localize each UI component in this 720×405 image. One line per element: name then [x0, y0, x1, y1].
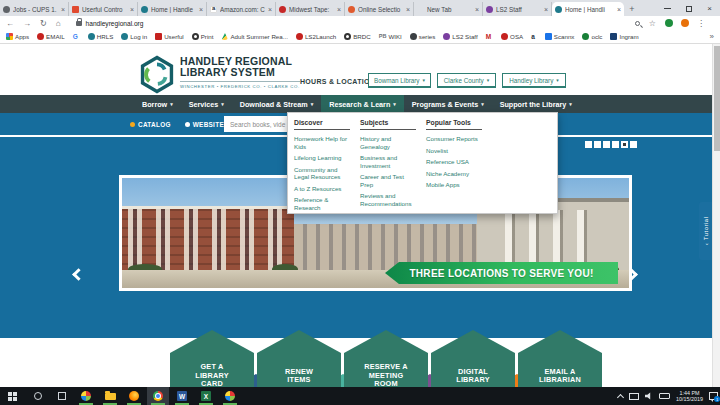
dropdown-link[interactable]: Novelist [426, 147, 482, 155]
library-logo-icon[interactable] [140, 55, 174, 94]
bookmark-m[interactable]: M [486, 33, 493, 40]
scrollbar-thumb[interactable] [714, 46, 720, 151]
dropdown-link[interactable]: Mobile Apps [426, 181, 482, 189]
window-minimize-button[interactable] [657, 1, 678, 16]
tab-close-icon[interactable]: × [337, 6, 341, 13]
bookmarks-overflow-icon[interactable]: » [710, 32, 714, 41]
bookmark-print[interactable]: Print [192, 33, 214, 40]
carousel-dot[interactable] [585, 141, 592, 148]
tab-close-icon[interactable]: × [475, 6, 479, 13]
tab-close-icon[interactable]: × [199, 6, 203, 13]
dropdown-link[interactable]: Reference USA [426, 158, 482, 166]
tab-home-handley-active[interactable]: Home | Handli× [552, 2, 624, 16]
website-radio[interactable]: WEBSITE [185, 121, 224, 128]
bookmark-summer-reading[interactable]: Adult Summer Rea... [221, 33, 287, 40]
nav-support-library[interactable]: Support the Library▾ [492, 95, 580, 113]
forward-icon[interactable]: → [23, 19, 31, 28]
tab-close-icon[interactable]: × [406, 6, 410, 13]
action-center-icon[interactable]: 1 [709, 392, 718, 400]
window-close-button[interactable]: × [699, 1, 720, 16]
bookmark-scannx[interactable]: Scannx [545, 33, 575, 40]
nav-research-learn[interactable]: Research & Learn▾ [321, 95, 404, 113]
extension-orange-icon[interactable] [681, 19, 689, 27]
tab-new-tab[interactable]: New Tab× [414, 2, 483, 16]
nav-download-stream[interactable]: Download & Stream▾ [232, 95, 321, 113]
bookmark-oclc[interactable]: oclc [582, 33, 602, 40]
taskbar-chrome[interactable] [147, 387, 169, 405]
carousel-dot[interactable] [630, 141, 637, 148]
bookmark-hrls[interactable]: HRLS [88, 33, 114, 40]
carousel-prev-icon[interactable] [72, 268, 85, 281]
bookmark-ls2launch[interactable]: LS2Launch [296, 33, 336, 40]
location-button-clarke[interactable]: Clarke County▾ [437, 73, 496, 88]
carousel-dot-active[interactable] [621, 141, 628, 148]
display-icon[interactable] [629, 393, 639, 400]
bookmark-amazon[interactable]: a [531, 33, 537, 40]
bookmark-email[interactable]: EMAIL [37, 33, 65, 40]
dropdown-link[interactable]: Community and Legal Resources [294, 166, 350, 181]
tab-jobs-cups[interactable]: Jobs - CUPS 1.× [0, 2, 69, 16]
bookmark-userful[interactable]: Userful [155, 33, 184, 40]
dropdown-link[interactable]: Reference & Research [294, 196, 350, 211]
tab-online-selection[interactable]: Online Selectio× [345, 2, 414, 16]
location-button-bowman[interactable]: Bowman Library▾ [368, 73, 431, 88]
site-title[interactable]: HANDLEY REGIONAL LIBRARY SYSTEM WINCHEST… [180, 56, 300, 89]
browser-menu-icon[interactable]: ⋮ [697, 19, 705, 28]
taskbar-clock[interactable]: 1:44 PM 10/15/2019 [676, 390, 703, 403]
taskbar-excel[interactable]: X [195, 387, 217, 405]
dropdown-link[interactable]: Homework Help for Kids [294, 135, 350, 150]
cortana-button[interactable] [27, 387, 49, 405]
back-icon[interactable]: ← [6, 19, 14, 28]
catalog-radio[interactable]: CATALOG [130, 121, 171, 128]
carousel-dot[interactable] [594, 141, 601, 148]
bookmark-wiki[interactable]: PBWIKI [379, 33, 402, 40]
bookmark-login[interactable]: Log in [121, 33, 147, 40]
taskbar-word[interactable]: W [171, 387, 193, 405]
reload-icon[interactable]: ↻ [40, 19, 47, 28]
tab-ls2-staff[interactable]: LS2 Staff× [483, 2, 552, 16]
taskbar-app-photos[interactable] [219, 387, 241, 405]
hex-button-library-card[interactable]: GET A LIBRARY CARD [170, 330, 254, 387]
dropdown-link[interactable]: Career and Test Prep [360, 173, 416, 188]
bookmark-brdc[interactable]: BRDC [344, 33, 371, 40]
speaker-icon[interactable] [645, 392, 653, 400]
bookmark-series[interactable]: series [410, 33, 436, 40]
tab-close-icon[interactable]: × [130, 6, 134, 13]
tutorial-tab[interactable]: ‹Tutorial [699, 202, 712, 260]
tab-amazon[interactable]: Amazon.com: C× [207, 2, 276, 16]
tab-home-handley-1[interactable]: Home | Handle× [138, 2, 207, 16]
dropdown-link[interactable]: Business and Investment [360, 154, 416, 169]
dropdown-link[interactable]: History and Genealogy [360, 135, 416, 150]
tab-close-icon[interactable]: × [617, 6, 621, 13]
new-tab-button[interactable]: + [624, 2, 640, 16]
address-bar[interactable]: handleyregional.org [86, 20, 635, 27]
extension-green-icon[interactable] [665, 19, 673, 27]
dropdown-link[interactable]: A to Z Resources [294, 185, 350, 193]
bookmark-google[interactable]: G [73, 33, 80, 40]
carousel-dot[interactable] [603, 141, 610, 148]
task-view-button[interactable] [51, 387, 73, 405]
hex-button-email-librarian[interactable]: EMAIL A LIBRARIAN [518, 330, 602, 387]
tab-close-icon[interactable]: × [544, 6, 548, 13]
zoom-magnifier-icon[interactable] [635, 21, 640, 26]
dropdown-link[interactable]: Consumer Reports [426, 135, 482, 143]
nav-programs-events[interactable]: Programs & Events▾ [404, 95, 492, 113]
nav-borrow[interactable]: Borrow▾ [134, 95, 181, 113]
start-button[interactable] [3, 387, 25, 405]
tab-midwest-tape[interactable]: Midwest Tape:× [276, 2, 345, 16]
hex-button-reserve-room[interactable]: RESERVE A MEETING ROOM [344, 330, 428, 387]
bookmark-ingram[interactable]: Ingram [610, 33, 638, 40]
carousel-dot[interactable] [612, 141, 619, 148]
tab-userful[interactable]: Userful Contro× [69, 2, 138, 16]
tray-expand-icon[interactable] [617, 393, 624, 400]
dropdown-link[interactable]: Lifelong Learning [294, 154, 350, 162]
hex-button-digital-library[interactable]: DIGITAL LIBRARY [431, 330, 515, 387]
dropdown-link[interactable]: Niche Academy [426, 170, 482, 178]
bookmark-star-icon[interactable]: ☆ [649, 19, 656, 28]
hex-button-renew-items[interactable]: RENEW ITEMS [257, 330, 341, 387]
dropdown-link[interactable]: Reviews and Recommendations [360, 192, 416, 207]
home-icon[interactable]: ⌂ [56, 19, 61, 28]
tab-close-icon[interactable]: × [268, 6, 272, 13]
taskbar-app-media[interactable] [75, 387, 97, 405]
taskbar-firefox[interactable] [123, 387, 145, 405]
